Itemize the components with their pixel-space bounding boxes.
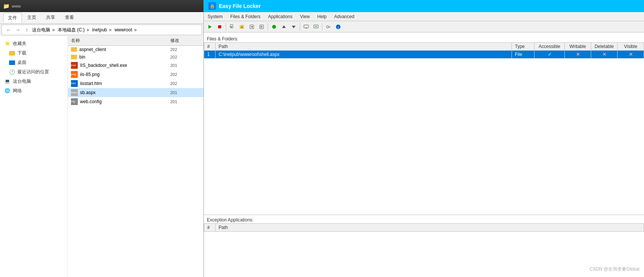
files-spacer	[204, 59, 644, 215]
svg-rect-1	[218, 25, 221, 28]
back-button[interactable]: ←	[5, 26, 12, 34]
list-item[interactable]: htm iisstart.htm 202	[68, 79, 203, 88]
explorer-panel: 📁 www 文件 主页 共享 查看 ← → ↑ 这台电脑 ► 本地磁盘 (C:)…	[0, 0, 204, 277]
exception-col-num: #	[204, 224, 216, 232]
path-wwwroot: wwwroot	[114, 27, 132, 32]
desktop-icon	[9, 60, 15, 65]
explorer-ribbon: 文件 主页 共享 查看	[0, 12, 203, 24]
toolbar-info-btn[interactable]: i	[334, 22, 343, 31]
exe-icon: exe	[71, 62, 78, 69]
sidebar-item-favorites[interactable]: 收藏夹	[0, 39, 68, 48]
list-item[interactable]: bin 202	[68, 53, 203, 61]
config-icon: cfg	[71, 98, 78, 105]
menu-files-folders[interactable]: Files & Folders	[226, 13, 264, 20]
svg-marker-0	[208, 25, 212, 29]
address-bar: ← → ↑ 这台电脑 ► 本地磁盘 (C:) ► inetpub ► wwwro…	[2, 25, 202, 35]
list-item[interactable]: aspx sb.aspx 201	[68, 88, 203, 97]
locker-content: Files & Folders: # Path Type Accessible …	[204, 32, 644, 277]
toolbar-down-btn[interactable]	[289, 22, 298, 31]
sidebar-label-download: 下载	[17, 50, 26, 56]
toolbar-add-folder-btn[interactable]	[237, 22, 247, 31]
locker-menubar: System Files & Folders Applications View…	[204, 12, 644, 21]
sidebar-item-recent[interactable]: 🕐 最近访问的位置	[0, 67, 68, 77]
exception-header-row: # Path	[204, 224, 644, 232]
svg-marker-14	[282, 25, 286, 28]
sidebar-item-download[interactable]: 下载	[0, 48, 68, 58]
folder-icon-download	[9, 51, 15, 56]
sidebar-label-recent: 最近访问的位置	[17, 69, 49, 75]
explorer-content: 收藏夹 下载 桌面 🕐 最近访问的位置 这台电脑 网络	[0, 36, 203, 277]
exception-table: # Path	[204, 223, 644, 232]
path-computer: 这台电脑	[32, 27, 50, 33]
files-table: # Path Type Accessible Writable Deletabl…	[204, 42, 644, 59]
file-date: 202	[170, 55, 200, 59]
locker-title: Easy File Locker	[219, 3, 261, 9]
menu-system[interactable]: System	[204, 13, 226, 20]
col-writable: Writable	[565, 43, 591, 51]
file-name: bin	[79, 54, 168, 60]
toolbar-sep-2	[268, 23, 268, 31]
toolbar-up-btn[interactable]	[279, 22, 288, 31]
tab-view[interactable]: 查看	[60, 13, 79, 23]
toolbar-play-btn[interactable]	[205, 22, 214, 31]
toolbar-toggle-btn[interactable]	[270, 22, 279, 31]
exception-empty-area	[204, 232, 644, 277]
col-header-name: 名称	[71, 37, 170, 44]
toolbar-add-file-btn[interactable]	[228, 22, 237, 31]
files-folders-section: Files & Folders: # Path Type Accessible …	[204, 32, 644, 59]
files-section-label: Files & Folders:	[204, 34, 644, 42]
cell-num: 1	[204, 51, 216, 59]
explorer-title: www	[12, 4, 21, 8]
cell-type: File	[512, 51, 535, 59]
computer-icon	[5, 79, 11, 85]
tab-file[interactable]: 文件	[3, 13, 22, 23]
png-icon: png	[71, 71, 78, 78]
list-item[interactable]: aspnet_client 202	[68, 46, 203, 53]
sidebar-item-computer[interactable]: 这台电脑	[0, 77, 68, 86]
toolbar-key-btn[interactable]	[324, 22, 333, 31]
col-accessible: Accessible	[535, 43, 565, 51]
svg-rect-16	[304, 25, 308, 28]
svg-marker-15	[292, 26, 296, 28]
locker-panel: 🔒 Easy File Locker System Files & Folder…	[204, 0, 644, 277]
toolbar-screen2-btn[interactable]	[311, 22, 320, 31]
tab-share[interactable]: 共享	[42, 13, 60, 23]
watermark: CSDN @全局变量Global	[590, 266, 639, 272]
file-name: iisstart.htm	[80, 81, 168, 86]
aspx-icon: aspx	[71, 89, 78, 96]
toolbar-screen1-btn[interactable]	[302, 22, 311, 31]
file-list-header: 名称 修改	[68, 36, 203, 46]
sidebar-item-network[interactable]: 网络	[0, 86, 68, 96]
file-date: 201	[170, 90, 200, 95]
forward-button[interactable]: →	[14, 26, 22, 34]
file-date: 202	[170, 72, 200, 77]
path-inetpub: inetpub	[92, 27, 107, 32]
list-item[interactable]: cfg web.config 201	[68, 97, 203, 106]
sidebar-item-desktop[interactable]: 桌面	[0, 58, 68, 67]
toolbar-import-btn[interactable]	[247, 22, 256, 31]
menu-advanced[interactable]: Advanced	[330, 13, 358, 20]
toolbar-sep-4	[322, 23, 322, 31]
menu-help[interactable]: Help	[314, 13, 331, 20]
col-header-date: 修改	[170, 37, 200, 44]
menu-applications[interactable]: Applications	[264, 13, 296, 20]
tab-home[interactable]: 主页	[23, 13, 41, 23]
list-item[interactable]: exe IIS_backdoor_shell.exe 201	[68, 61, 203, 70]
toolbar-export-btn[interactable]	[257, 22, 266, 31]
star-icon	[5, 41, 11, 47]
toolbar-stop-btn[interactable]	[215, 22, 224, 31]
table-row[interactable]: 1 C:\inetpub\wwwroot\shell.aspx File ✓ ✕…	[204, 51, 644, 59]
path-drive: 本地磁盘 (C:)	[58, 27, 85, 33]
list-item[interactable]: png iis-85.png 202	[68, 70, 203, 79]
up-button[interactable]: ↑	[23, 26, 31, 34]
address-path: 这台电脑 ► 本地磁盘 (C:) ► inetpub ► wwwroot ►	[32, 27, 199, 33]
file-list: 名称 修改 aspnet_client 202 bin 202 exe IIS_…	[68, 36, 203, 277]
menu-view[interactable]: View	[296, 13, 314, 20]
file-name: aspnet_client	[79, 47, 168, 52]
col-path: Path	[216, 43, 512, 51]
locker-titlebar-icon: 🔒	[208, 2, 216, 10]
cell-path: C:\inetpub\wwwroot\shell.aspx	[216, 51, 512, 59]
file-name: IIS_backdoor_shell.exe	[80, 63, 168, 68]
file-date: 201	[170, 99, 200, 104]
col-visible: Visible	[618, 43, 644, 51]
